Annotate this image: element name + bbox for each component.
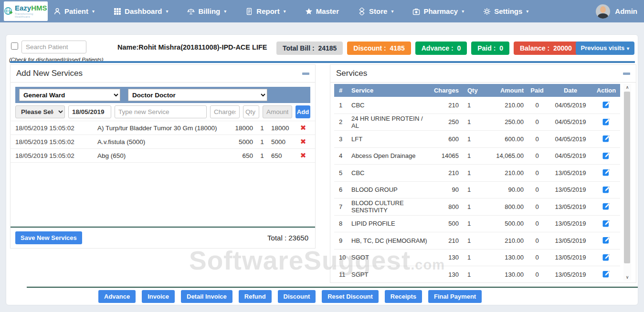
scroll-up-arrow[interactable]: ∧ [623, 84, 631, 91]
edit-icon[interactable] [602, 168, 611, 176]
nav-item-report[interactable]: Report▾ [245, 7, 285, 15]
row-date: 04/05/2019 [549, 118, 592, 125]
row-charges: 210 [428, 102, 461, 109]
row-date: 04/05/2019 [549, 102, 592, 109]
billing-action-buttons: AdvanceInvoiceDetail InvoiceRefundDiscou… [98, 290, 482, 303]
edit-icon[interactable] [602, 202, 611, 210]
scales-icon [187, 8, 195, 15]
column-header-action: Action [592, 87, 620, 94]
ward-select[interactable]: General Ward [19, 89, 120, 101]
pharmacy-icon [412, 8, 420, 15]
row-qty: 1 [461, 102, 482, 109]
pending-datetime: 18/05/2019 15:05:02 [15, 152, 97, 159]
receipts-button[interactable]: Receipts [385, 290, 422, 303]
nav-item-store[interactable]: Store▾ [358, 7, 393, 15]
table-row: 1CBC2101210.00004/05/2019 [334, 97, 620, 114]
search-patient-input[interactable] [21, 41, 86, 53]
balance-badge: Balance : 20000 [514, 42, 578, 55]
new-service-input[interactable] [115, 105, 207, 118]
scrollbar-thumb[interactable] [624, 92, 630, 263]
patient-name-label: Name: [117, 43, 138, 51]
row-service: 24 HR URINE PROTEIN / AL [348, 115, 428, 129]
delete-service-icon[interactable]: ✖ [296, 151, 310, 160]
edit-icon[interactable] [602, 185, 611, 193]
scroll-down-arrow[interactable]: ∨ [623, 274, 631, 281]
services-title: Services [336, 69, 367, 78]
doctor-select[interactable]: Doctor Doctor [128, 89, 267, 101]
user-menu[interactable]: Admin [596, 0, 637, 22]
section-divider [10, 61, 635, 63]
row-charges: 800 [428, 203, 461, 210]
row-qty: 1 [461, 271, 482, 278]
edit-icon[interactable] [602, 117, 611, 125]
amount-input[interactable] [263, 105, 292, 118]
row-service: BLOOD GROUP [348, 186, 428, 193]
row-qty: 1 [461, 254, 482, 261]
row-date: 13/05/2019 [549, 203, 592, 210]
discount-button[interactable]: Discount [278, 290, 316, 303]
row-qty: 1 [461, 135, 482, 143]
delete-service-icon[interactable]: ✖ [296, 124, 310, 132]
nav-item-dashboard[interactable]: Dashboard▾ [114, 7, 168, 15]
discharged-patients-checkbox[interactable] [11, 42, 18, 50]
chevron-down-icon: ▾ [166, 9, 168, 14]
row-amount: 210.00 [482, 169, 526, 177]
edit-icon[interactable] [602, 134, 611, 142]
row-paid: 0 [526, 152, 549, 159]
nav-item-label: Dashboard [125, 7, 162, 15]
collapse-icon[interactable] [302, 73, 309, 75]
row-paid: 0 [526, 271, 549, 278]
refund-button[interactable]: Refund [239, 290, 272, 303]
nav-menu: Patient▾Dashboard▾Billing▾Report▾MasterS… [53, 0, 528, 22]
nav-item-settings[interactable]: Settings▾ [483, 7, 528, 15]
vertical-scrollbar[interactable]: ∧ ∨ [623, 84, 631, 281]
service-type-select[interactable]: Please Select [15, 105, 65, 118]
row-amount: 500.00 [482, 220, 526, 227]
user-name: Admin [615, 7, 637, 15]
save-new-services-button[interactable]: Save New Services [15, 231, 82, 244]
edit-icon[interactable] [602, 151, 611, 159]
report-icon [245, 8, 253, 15]
nav-item-billing[interactable]: Billing▾ [187, 7, 226, 15]
star-icon [305, 8, 313, 15]
row-num: 11 [334, 271, 348, 278]
chevron-down-icon: ▾ [224, 9, 226, 14]
pending-qty: 1 [256, 138, 268, 146]
chevron-down-icon: ▾ [92, 9, 95, 14]
add-service-button[interactable]: Add [296, 105, 310, 118]
charges-input[interactable] [210, 105, 240, 118]
nav-item-label: Report [256, 7, 279, 15]
advance-button[interactable]: Advance [98, 290, 136, 303]
qty-input[interactable] [243, 105, 259, 118]
row-amount: 130.00 [482, 254, 526, 261]
app-logo[interactable]: EazyHMS Transforming Healthcare [4, 1, 48, 21]
edit-icon[interactable] [602, 253, 611, 261]
row-paid: 0 [526, 135, 549, 143]
chevron-down-icon: ▾ [526, 9, 528, 14]
detail-invoice-button[interactable]: Detail Invoice [181, 290, 232, 303]
pending-service-name: A) Turp/tur Bladder Tumor 30 Gm (18000) [97, 125, 228, 132]
nav-item-pharmacy[interactable]: Pharmacy▾ [412, 7, 464, 15]
nav-item-label: Billing [198, 7, 220, 15]
reset-discount-button[interactable]: Reset Discount [322, 290, 379, 303]
edit-icon[interactable] [602, 270, 611, 278]
row-date: 13/05/2019 [549, 237, 592, 244]
invoice-button[interactable]: Invoice [142, 290, 175, 303]
delete-service-icon[interactable]: ✖ [296, 137, 310, 146]
final-payment-button[interactable]: Final Payment [428, 290, 482, 303]
service-toolbar: General Ward Doctor Doctor [15, 87, 310, 103]
service-date-input[interactable] [68, 105, 111, 118]
previous-visits-button[interactable]: Previous visits ▾ [576, 42, 634, 55]
row-service: HB, TC, DC (HEMOGRAM) [348, 237, 428, 244]
nav-item-patient[interactable]: Patient▾ [53, 7, 95, 15]
row-paid: 0 [526, 118, 549, 125]
edit-icon[interactable] [602, 219, 611, 227]
nav-item-master[interactable]: Master [305, 7, 339, 15]
add-services-title: Add New Services [16, 69, 83, 78]
pending-amount: 650 [268, 152, 296, 159]
edit-icon[interactable] [602, 236, 611, 244]
row-charges: 210 [428, 169, 461, 177]
edit-icon[interactable] [602, 100, 611, 108]
collapse-icon[interactable] [623, 73, 630, 75]
pending-charges: 5000 [228, 138, 256, 146]
